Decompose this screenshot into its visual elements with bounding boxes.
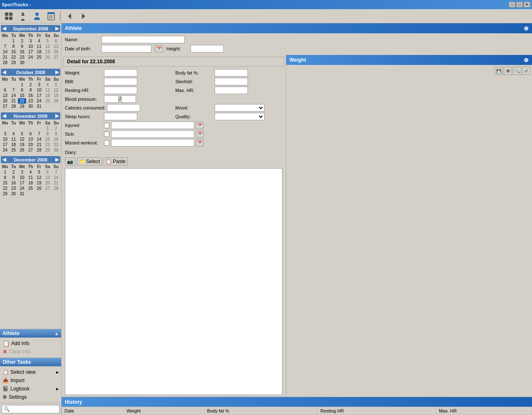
dec-day-3[interactable]: 3 [18, 169, 26, 175]
dec-day-20[interactable]: 20 [43, 180, 52, 186]
sep-day-17[interactable]: 17 [26, 49, 35, 55]
weight-save-button[interactable]: 💾 [495, 67, 503, 75]
nov-day-30[interactable]: 30 [52, 147, 60, 153]
col-max-hr[interactable]: Max. HR [436, 407, 532, 415]
dec-day-28[interactable]: 28 [52, 186, 60, 191]
dob-input[interactable] [101, 45, 151, 52]
oct-day-21[interactable]: 21 [9, 98, 17, 104]
oct-day-17[interactable]: 17 [35, 93, 43, 98]
activities-button[interactable] [16, 10, 30, 22]
oct-day-13[interactable]: 13 [1, 93, 9, 98]
oct-day-14[interactable]: 14 [9, 93, 17, 98]
nov-day-6[interactable]: 6 [26, 131, 35, 137]
col-body-fat[interactable]: Body fat % [204, 407, 317, 415]
skinfold-input[interactable] [215, 78, 248, 85]
nov-day-13[interactable]: 13 [26, 137, 35, 142]
oct-day-2[interactable]: 2 [26, 82, 35, 87]
back-button[interactable] [63, 10, 76, 22]
bp-systolic-input[interactable] [104, 95, 119, 103]
december-prev-button[interactable]: ◀ [2, 157, 6, 162]
oct-day-16[interactable]: 16 [26, 93, 35, 98]
close-button[interactable]: ✕ [524, 2, 530, 7]
oct-day-22[interactable]: 22 [18, 98, 26, 104]
injured-calendar-button[interactable]: 📅 [196, 122, 203, 129]
dec-day-18[interactable]: 18 [26, 180, 35, 186]
nov-day-26[interactable]: 26 [18, 147, 26, 153]
dec-day-14[interactable]: 14 [52, 175, 60, 180]
nov-day-18[interactable]: 18 [9, 142, 17, 147]
weight-input[interactable] [104, 69, 137, 77]
dob-calendar-button[interactable]: 📅 [155, 45, 163, 52]
sep-day-30[interactable]: 30 [18, 60, 26, 65]
missed-calendar-button[interactable]: 📅 [196, 139, 203, 147]
nov-day-23[interactable]: 23 [52, 142, 60, 147]
nov-day-19[interactable]: 19 [18, 142, 26, 147]
dec-day-27[interactable]: 27 [43, 186, 52, 191]
sep-day-2[interactable]: 2 [18, 38, 26, 44]
sleep-input[interactable] [104, 113, 137, 120]
diary-textarea[interactable] [65, 168, 282, 395]
height-input[interactable] [191, 45, 224, 52]
oct-day-3[interactable]: 3 [35, 82, 43, 87]
dec-day-21[interactable]: 21 [52, 180, 60, 186]
calories-input[interactable] [107, 104, 140, 112]
select-button[interactable]: 📁 Select [77, 157, 102, 166]
sep-day-20[interactable]: 20 [52, 49, 60, 55]
sep-day-11[interactable]: 11 [35, 44, 43, 49]
resting-hr-input[interactable] [104, 87, 137, 94]
oct-day-15[interactable]: 15 [18, 93, 26, 98]
oct-day-9[interactable]: 9 [26, 87, 35, 93]
nov-day-21[interactable]: 21 [35, 142, 43, 147]
sick-text-input[interactable] [111, 130, 194, 138]
oct-day-20[interactable]: 20 [1, 98, 9, 104]
settings-item[interactable]: ⚙ Settings [2, 393, 59, 401]
sep-day-8[interactable]: 8 [9, 44, 17, 49]
sep-day-24[interactable]: 24 [26, 55, 35, 60]
dec-day-23[interactable]: 23 [9, 186, 17, 191]
paste-button[interactable]: 📋 Paste [104, 157, 128, 166]
dec-day-29[interactable]: 29 [1, 191, 9, 196]
nov-day-22[interactable]: 22 [43, 142, 52, 147]
clear-info-action[interactable]: ✕ Clear info [2, 348, 59, 356]
sep-day-14[interactable]: 14 [1, 49, 9, 55]
dec-day-8[interactable]: 8 [1, 175, 9, 180]
oct-day-10[interactable]: 10 [35, 87, 43, 93]
dec-day-24[interactable]: 24 [18, 186, 26, 191]
nov-day-10[interactable]: 10 [1, 137, 9, 142]
weight-search-button[interactable]: 🔍 [513, 67, 521, 75]
sep-day-29[interactable]: 29 [9, 60, 17, 65]
dec-day-15[interactable]: 15 [1, 180, 9, 186]
sep-day-13[interactable]: 13 [52, 44, 60, 49]
bmi-input[interactable] [104, 78, 137, 85]
nov-day-16[interactable]: 16 [52, 137, 60, 142]
dec-day-4[interactable]: 4 [26, 169, 35, 175]
october-next-button[interactable]: ▶ [55, 70, 59, 75]
september-prev-button[interactable]: ◀ [2, 26, 6, 31]
sep-day-21[interactable]: 21 [1, 55, 9, 60]
nov-day-29[interactable]: 29 [43, 147, 52, 153]
sep-day-23[interactable]: 23 [18, 55, 26, 60]
dec-day-12[interactable]: 12 [35, 175, 43, 180]
weight-expand-icon[interactable]: ⊕ [524, 57, 529, 63]
oct-day-30[interactable]: 30 [26, 104, 35, 109]
sep-day-9[interactable]: 9 [18, 44, 26, 49]
oct-day-28[interactable]: 28 [9, 104, 17, 109]
athlete-panel-collapse-button[interactable]: ▲ [54, 331, 59, 336]
nov-day-9[interactable]: 9 [52, 131, 60, 137]
mood-select[interactable]: Good Fair Poor [215, 104, 265, 112]
dec-day-9[interactable]: 9 [9, 175, 17, 180]
nov-day-20[interactable]: 20 [26, 142, 35, 147]
quality-select[interactable]: Good Fair Poor [215, 113, 265, 120]
dec-day-13[interactable]: 13 [43, 175, 52, 180]
october-prev-button[interactable]: ◀ [2, 70, 6, 75]
oct-day-24[interactable]: 24 [35, 98, 43, 104]
missed-checkbox[interactable] [104, 140, 109, 146]
sep-day-27[interactable]: 27 [52, 55, 60, 60]
nov-day-7[interactable]: 7 [35, 131, 43, 137]
name-input[interactable] [101, 36, 185, 43]
sep-day-3[interactable]: 3 [26, 38, 35, 44]
camera-button[interactable]: 📷 [65, 157, 75, 166]
maximize-button[interactable]: □ [516, 2, 523, 7]
dec-day-26[interactable]: 26 [35, 186, 43, 191]
injured-checkbox[interactable] [104, 123, 109, 128]
